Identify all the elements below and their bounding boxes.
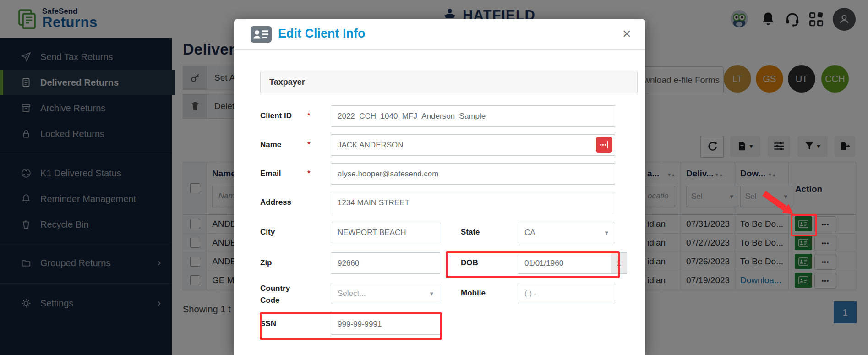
close-icon[interactable]: ×: [622, 27, 631, 40]
email-input[interactable]: alyse.hooper@safesend.com: [331, 163, 615, 185]
required-asterisk: *: [307, 140, 311, 149]
ssn-highlight-box: [260, 312, 442, 340]
chevron-down-icon: ▾: [430, 289, 433, 298]
zip-input[interactable]: 92660: [331, 252, 440, 274]
client-id-input[interactable]: 2022_CCH_1040_MFJ_Anderson_Sample: [331, 105, 615, 127]
country-code-placeholder: Select...: [338, 289, 366, 298]
required-asterisk: *: [307, 169, 311, 178]
name-label: Name: [260, 140, 281, 149]
state-select[interactable]: CA ▾: [518, 222, 615, 243]
country-code-select[interactable]: Select... ▾: [331, 283, 440, 304]
city-label: City: [260, 228, 275, 237]
address-label: Address: [260, 198, 291, 207]
country-code-label: Country Code: [260, 283, 304, 306]
annotation-arrow: [761, 191, 799, 219]
address-input[interactable]: 1234 MAIN STREET: [331, 192, 615, 213]
modal-title: Edit Client Info: [278, 27, 365, 41]
contact-card-icon: [251, 26, 272, 43]
zip-label: Zip: [260, 258, 272, 268]
edit-client-info-modal: Edit Client Info × Taxpayer Client ID * …: [234, 19, 645, 355]
taxpayer-section-header: Taxpayer: [260, 71, 638, 93]
password-manager-autofill-icon[interactable]: •••: [596, 137, 612, 153]
name-value: JACK ANDERSON: [338, 141, 404, 150]
dob-highlight-box: [446, 251, 620, 278]
required-asterisk: *: [307, 111, 311, 120]
state-value: CA: [524, 228, 535, 237]
state-label: State: [461, 228, 480, 237]
mobile-input[interactable]: ( ) -: [518, 283, 615, 304]
modal-header: Edit Client Info ×: [234, 19, 645, 50]
email-label: Email: [260, 169, 281, 178]
mobile-label: Mobile: [461, 289, 486, 298]
name-input[interactable]: JACK ANDERSON •••: [331, 134, 615, 156]
client-id-label: Client ID: [260, 111, 292, 120]
city-input[interactable]: NEWPORT BEACH: [331, 222, 440, 243]
chevron-down-icon: ▾: [605, 229, 608, 237]
